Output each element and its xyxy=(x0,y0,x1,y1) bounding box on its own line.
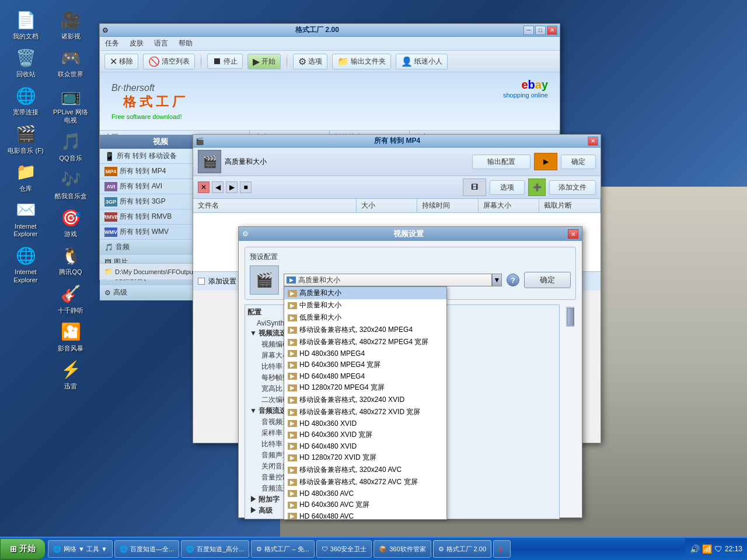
menu-language[interactable]: 语言 xyxy=(152,38,170,49)
icon-windows-mail[interactable]: ✉️ Internet Explorer xyxy=(5,196,47,240)
icon-warehouse[interactable]: 📁 仓库 xyxy=(5,158,47,195)
mp4-titlebar: 🎬 所有 转到 MP4 ✕ xyxy=(193,135,601,148)
preset-option-6[interactable]: ▶ HD 640x360 MPEG4 宽屏 xyxy=(284,359,446,371)
taskbar-baidu2[interactable]: 🌐 百度知道_高分... xyxy=(181,540,249,558)
icon-juying[interactable]: 🎥 诸影视 xyxy=(50,6,92,43)
preset-option-8[interactable]: ▶ HD 1280x720 MPEG4 宽屏 xyxy=(284,382,446,394)
close-button[interactable]: ✕ xyxy=(547,26,557,35)
preset-option-0[interactable]: ▶ 高质量和大小 xyxy=(284,287,446,299)
help-icon[interactable]: ? xyxy=(507,274,519,286)
preset-section: 预设配置 🎬 ▶ 高质量和大小 ▼ xyxy=(245,247,576,300)
taskbar-360safe[interactable]: 🛡 360安全卫士 xyxy=(316,540,372,558)
preset-select[interactable]: ▶ 高质量和大小 xyxy=(284,274,492,286)
scrollbar-track[interactable] xyxy=(566,307,574,327)
preset-option-9[interactable]: ▶ 移动设备兼容格式, 320x240 XVID xyxy=(284,394,446,406)
mp4-close-button[interactable]: ✕ xyxy=(588,136,598,146)
icon-games[interactable]: 🎯 游戏 xyxy=(50,204,92,240)
settings-close-button[interactable]: ✕ xyxy=(568,229,578,239)
tray-network-icon[interactable]: 🔊 xyxy=(690,544,700,554)
minimize-button[interactable]: ─ xyxy=(523,26,534,35)
preset-option-3[interactable]: ▶ 移动设备兼容格式, 320x240 MPEG4 xyxy=(284,324,446,336)
dropdown-arrow[interactable]: ▼ xyxy=(492,274,502,286)
mp4-quality-label: 高质量和大小 xyxy=(225,157,469,167)
menu-task[interactable]: 任务 xyxy=(103,38,121,49)
mp4-col-screen: 屏幕大小 xyxy=(479,199,540,212)
output-folder-button[interactable]: 📁 输出文件夹 xyxy=(332,54,391,69)
preset-option-5[interactable]: ▶ HD 480x360 MPEG4 xyxy=(284,348,446,359)
preset-select-wrapper: ▶ 高质量和大小 ▼ ▶ 高质量和大小 xyxy=(284,274,502,286)
icon-movie-music[interactable]: 🎬 电影音乐 (F) xyxy=(5,120,47,157)
ebay-logo: ebay xyxy=(503,78,548,92)
scrollbar-thumb[interactable] xyxy=(567,308,574,326)
mp4-forward-icon[interactable]: ▶ xyxy=(226,181,238,193)
icon-qq[interactable]: 🐧 腾讯QQ xyxy=(50,242,92,278)
mp4-confirm-button[interactable]: 确定 xyxy=(561,155,596,169)
icon-kuwo[interactable]: 🎶 酷我音乐盒 xyxy=(50,166,92,202)
preset-option-10[interactable]: ▶ 移动设备兼容格式, 480x272 XVID 宽屏 xyxy=(284,406,446,418)
preset-option-16[interactable]: ▶ 移动设备兼容格式, 480x272 AVC 宽屏 xyxy=(284,476,446,488)
jijing-icon: 🎸 xyxy=(59,282,82,306)
movie-scene-icon: 🎦 xyxy=(59,320,82,344)
broadband-icon: 🌐 xyxy=(14,84,37,107)
taskbar-format2[interactable]: ⚙ 格式工厂 2.00 xyxy=(433,540,491,558)
preset-option-18[interactable]: ▶ HD 640x360 AVC 宽屏 xyxy=(284,499,446,511)
start-button[interactable]: ⊞ 开始 xyxy=(0,538,46,559)
icon-lenovo[interactable]: 🎮 联众世界 xyxy=(50,44,92,80)
icon-broadband[interactable]: 🌐 宽带连接 xyxy=(5,82,47,118)
mp4-stop-icon[interactable]: ■ xyxy=(240,181,252,193)
settings-window: ⚙ 视频设置 ✕ 预设配置 🎬 ▶ 高质量和大小 xyxy=(238,226,582,518)
output-config-button[interactable]: 输出配置 xyxy=(472,155,530,169)
icon-movie-scene[interactable]: 🎦 影音风暴 xyxy=(50,318,92,355)
preset-option-1[interactable]: ▶ 中质量和大小 xyxy=(284,299,446,312)
preset-option-2[interactable]: ▶ 低质量和大小 xyxy=(284,312,446,324)
toolbar-sep1 xyxy=(201,53,201,69)
preset-option-13[interactable]: ▶ HD 640x480 XVID xyxy=(284,441,446,452)
restore-button[interactable]: □ xyxy=(535,26,546,35)
taskbar-baidu1[interactable]: 🌐 百度知道—全... xyxy=(114,540,179,558)
icon-xunlei[interactable]: ⚡ 迅雷 xyxy=(50,356,92,393)
taskbar-360mgr[interactable]: 📦 360软件管家 xyxy=(374,540,431,558)
preset-option-4[interactable]: ▶ 移动设备兼容格式, 480x272 MPEG4 宽屏 xyxy=(284,336,446,348)
settings-titlebar: ⚙ 视频设置 ✕ xyxy=(239,227,582,241)
add-file-button[interactable]: 添加文件 xyxy=(549,180,596,195)
menu-skin[interactable]: 皮肤 xyxy=(128,38,145,49)
preset-dropdown-list: ▶ 高质量和大小 ▶ 中质量和大小 ▶ 低质量和大小 xyxy=(284,286,447,520)
tray-security-icon[interactable]: 🛡 xyxy=(714,544,722,554)
start-button[interactable]: ▶ 开始 xyxy=(247,54,281,69)
icon-qq-music[interactable]: 🎵 QQ音乐 xyxy=(50,128,92,164)
folder-icon: 📁 xyxy=(104,268,113,275)
preset-option-19[interactable]: ▶ HD 640x480 AVC xyxy=(284,511,446,520)
icon-recycle[interactable]: 🗑️ 回收站 xyxy=(5,44,47,80)
banner-tagline: Free software download! xyxy=(111,113,185,120)
taskbar-network[interactable]: 🌐 网络 ▼ 工具 ▼ xyxy=(48,540,113,558)
desktop-icons-col2: 🎥 诸影视 🎮 联众世界 📺 PPLive 网络电视 🎵 QQ音乐 🎶 酷我音乐… xyxy=(50,6,92,393)
preset-option-11[interactable]: ▶ HD 480x360 XVID xyxy=(284,418,446,429)
tray-time-text: 22:13 xyxy=(725,545,742,553)
preset-option-15[interactable]: ▶ 移动设备兼容格式, 320x240 AVC xyxy=(284,464,446,476)
clear-list-button[interactable]: 🚫 清空列表 xyxy=(143,54,195,69)
options-button[interactable]: ⚙ 选项 xyxy=(293,54,327,69)
taskbar-sogou[interactable]: S xyxy=(493,540,511,558)
mp4-delete-icon[interactable]: ✕ xyxy=(198,181,210,193)
preset-option-14[interactable]: ▶ HD 1280x720 XVID 宽屏 xyxy=(284,452,446,464)
tray-volume-icon[interactable]: 📶 xyxy=(702,544,712,554)
icon-jijing[interactable]: 🎸 十千静听 xyxy=(50,280,92,317)
virtual-person-button[interactable]: 👤 纸迷小人 xyxy=(396,54,448,69)
mp4-options-button[interactable]: 选项 xyxy=(490,180,525,195)
output-folder-icon: 📁 xyxy=(337,56,349,67)
preset-selected-value: 高质量和大小 xyxy=(298,275,340,285)
preset-option-17[interactable]: ▶ HD 480x360 AVC xyxy=(284,488,446,499)
brothersoft-logo: Br·thersoft xyxy=(111,83,185,93)
menu-help[interactable]: 帮助 xyxy=(177,38,194,49)
icon-my-docs[interactable]: 📄 我的文档 xyxy=(5,6,47,43)
preset-option-12[interactable]: ▶ HD 640x360 XVID 宽屏 xyxy=(284,429,446,441)
icon-pplive[interactable]: 📺 PPLive 网络电视 xyxy=(50,82,92,126)
settings-ok-button[interactable]: 确定 xyxy=(524,272,571,288)
remove-button[interactable]: ✕ 移除 xyxy=(104,54,138,69)
preset-option-7[interactable]: ▶ HD 640x480 MPEG4 xyxy=(284,371,446,382)
taskbar-format1[interactable]: ⚙ 格式工厂 – 免... xyxy=(251,540,314,558)
mp4-back-icon[interactable]: ◀ xyxy=(212,181,224,193)
stop-button[interactable]: ⏹ 停止 xyxy=(207,54,243,69)
add-setting-checkbox[interactable] xyxy=(198,278,205,285)
icon-ie[interactable]: 🌐 Internet Explorer xyxy=(5,242,47,286)
